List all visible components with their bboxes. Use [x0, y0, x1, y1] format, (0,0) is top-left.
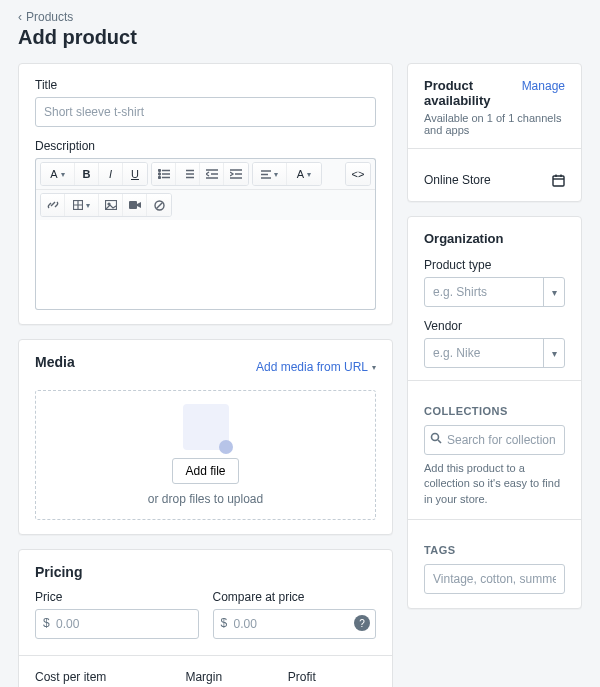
search-icon — [430, 432, 442, 444]
compare-price-input[interactable] — [213, 609, 377, 639]
product-type-label: Product type — [424, 258, 565, 272]
text-color-dropdown[interactable]: A▾ — [287, 163, 321, 185]
chevron-left-icon: ‹ — [18, 10, 22, 24]
italic-button[interactable]: I — [99, 163, 123, 185]
svg-line-32 — [438, 440, 441, 443]
price-label: Price — [35, 590, 199, 604]
currency-prefix: $ — [221, 616, 228, 630]
font-dropdown[interactable]: A▾ — [41, 163, 75, 185]
code-view-button[interactable]: <> — [346, 163, 370, 185]
dropzone-hint: or drop files to upload — [148, 492, 263, 506]
svg-marker-24 — [137, 202, 141, 208]
add-media-from-url-link[interactable]: Add media from URL ▾ — [256, 360, 376, 374]
rte-toolbar: A▾ B I U — [35, 158, 376, 220]
pricing-heading: Pricing — [35, 564, 376, 580]
tags-input[interactable] — [424, 564, 565, 594]
chevron-down-icon: ▾ — [372, 363, 376, 372]
tags-heading: TAGS — [424, 544, 565, 556]
card-availability: Product availability Manage Available on… — [407, 63, 582, 202]
availability-heading: Product availability — [424, 78, 522, 108]
title-input[interactable] — [35, 97, 376, 127]
align-dropdown[interactable]: ▾ — [253, 163, 287, 185]
table-dropdown[interactable]: ▾ — [65, 194, 99, 216]
collections-hint: Add this product to a collection so it's… — [424, 461, 565, 507]
product-type-select-toggle[interactable]: ▾ — [543, 277, 565, 307]
media-heading: Media — [35, 354, 75, 370]
collections-search-input[interactable] — [424, 425, 565, 455]
add-file-button[interactable]: Add file — [172, 458, 238, 484]
title-label: Title — [35, 78, 376, 92]
profit-label: Profit — [288, 670, 376, 684]
media-dropzone[interactable]: Add file or drop files to upload — [35, 390, 376, 520]
help-icon[interactable]: ? — [354, 615, 370, 631]
breadcrumb[interactable]: ‹ Products — [18, 10, 582, 24]
breadcrumb-back: Products — [26, 10, 73, 24]
availability-desc: Available on 1 of 1 channels and apps — [424, 112, 565, 136]
price-input[interactable] — [35, 609, 199, 639]
svg-point-4 — [158, 177, 160, 179]
card-pricing: Pricing Price $ Compare at price $ — [18, 549, 393, 687]
margin-label: Margin — [185, 670, 273, 684]
clear-formatting-button[interactable] — [147, 194, 171, 216]
video-button[interactable] — [123, 194, 147, 216]
cost-label: Cost per item — [35, 670, 171, 684]
calendar-icon[interactable] — [552, 174, 565, 187]
outdent-button[interactable] — [200, 163, 224, 185]
collections-heading: COLLECTIONS — [424, 405, 565, 417]
svg-rect-27 — [553, 176, 564, 186]
channel-online-store: Online Store — [424, 173, 491, 187]
image-button[interactable] — [99, 194, 123, 216]
link-button[interactable] — [41, 194, 65, 216]
currency-prefix: $ — [43, 616, 50, 630]
svg-line-26 — [156, 202, 162, 208]
organization-heading: Organization — [424, 231, 565, 246]
svg-rect-23 — [129, 201, 137, 209]
svg-point-2 — [158, 173, 160, 175]
compare-price-label: Compare at price — [213, 590, 377, 604]
image-placeholder-icon — [183, 404, 229, 450]
svg-point-31 — [432, 434, 439, 441]
bold-button[interactable]: B — [75, 163, 99, 185]
card-organization: Organization Product type ▾ Vendor ▾ — [407, 216, 582, 609]
numbered-list-button[interactable] — [176, 163, 200, 185]
description-label: Description — [35, 139, 376, 153]
card-title-description: Title Description A▾ B I U — [18, 63, 393, 325]
svg-point-0 — [158, 170, 160, 172]
card-media: Media Add media from URL ▾ Add file or d… — [18, 339, 393, 535]
indent-button[interactable] — [224, 163, 248, 185]
vendor-label: Vendor — [424, 319, 565, 333]
description-editor[interactable] — [35, 220, 376, 310]
underline-button[interactable]: U — [123, 163, 147, 185]
vendor-select-toggle[interactable]: ▾ — [543, 338, 565, 368]
page-title: Add product — [18, 26, 582, 49]
bulleted-list-button[interactable] — [152, 163, 176, 185]
manage-availability-link[interactable]: Manage — [522, 79, 565, 93]
